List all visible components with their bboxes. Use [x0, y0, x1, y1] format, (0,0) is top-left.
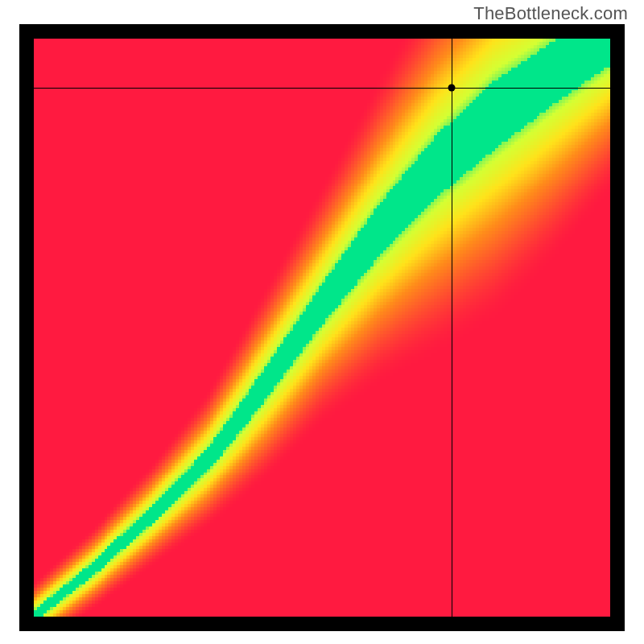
- crosshair-horizontal: [19, 88, 625, 89]
- chart-stage: TheBottleneck.com: [0, 0, 644, 644]
- crosshair-vertical: [452, 24, 452, 631]
- watermark-label: TheBottleneck.com: [473, 3, 628, 24]
- chart-frame: [19, 24, 625, 631]
- crosshair-point: [448, 85, 456, 92]
